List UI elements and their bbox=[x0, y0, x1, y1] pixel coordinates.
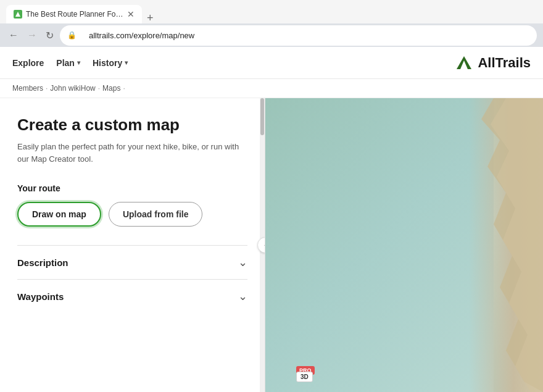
back-button[interactable]: ← bbox=[6, 28, 21, 42]
tab-close-button[interactable]: ✕ bbox=[127, 9, 135, 19]
main-content: ‹ Create a custom map Easily plan the pe… bbox=[0, 98, 543, 392]
breadcrumb-members[interactable]: Members bbox=[12, 84, 43, 93]
explore-nav-link[interactable]: Explore bbox=[12, 58, 44, 68]
breadcrumb-maps[interactable]: Maps bbox=[102, 84, 120, 93]
map-panel[interactable]: PRO 3D bbox=[265, 98, 543, 392]
logo-area: AllTrails bbox=[455, 54, 531, 72]
active-tab[interactable]: The Best Route Planner For Your... ✕ bbox=[6, 5, 142, 23]
plan-chevron-icon: ▾ bbox=[77, 59, 80, 66]
scrollbar-thumb[interactable] bbox=[260, 98, 264, 135]
3d-badge[interactable]: 3D bbox=[296, 372, 313, 382]
breadcrumb-user[interactable]: John wikiHow bbox=[50, 84, 95, 93]
lock-icon: 🔒 bbox=[67, 31, 77, 40]
alltrails-logo-icon bbox=[455, 54, 473, 72]
description-accordion[interactable]: Description ⌄ bbox=[17, 245, 247, 279]
breadcrumb: Members · John wikiHow · Maps · bbox=[0, 79, 543, 98]
website: Explore Plan ▾ History ▾ AllTrails Membe… bbox=[0, 47, 543, 392]
page-subtitle: Easily plan the perfect path for your ne… bbox=[17, 141, 247, 165]
address-bar-row: ← → ↻ 🔒 bbox=[0, 23, 543, 47]
forward-button[interactable]: → bbox=[25, 28, 39, 42]
map-background: PRO 3D bbox=[265, 98, 543, 392]
history-chevron-icon: ▾ bbox=[125, 59, 128, 66]
reload-button[interactable]: ↻ bbox=[43, 28, 56, 43]
breadcrumb-sep2: · bbox=[98, 84, 100, 93]
left-panel: ‹ Create a custom map Easily plan the pe… bbox=[0, 98, 265, 392]
tab-favicon bbox=[14, 10, 22, 19]
address-bar-input[interactable] bbox=[80, 28, 529, 43]
collapse-panel-button[interactable]: ‹ bbox=[257, 237, 265, 253]
browser-chrome: The Best Route Planner For Your... ✕ + ←… bbox=[0, 0, 543, 47]
waypoints-accordion[interactable]: Waypoints ⌄ bbox=[17, 279, 247, 313]
description-chevron-icon: ⌄ bbox=[238, 256, 247, 269]
route-buttons: Draw on map Upload from file bbox=[17, 202, 247, 227]
waypoints-chevron-icon: ⌄ bbox=[238, 290, 247, 303]
description-label: Description bbox=[17, 257, 68, 268]
tab-title: The Best Route Planner For Your... bbox=[26, 10, 123, 19]
history-nav-link[interactable]: History ▾ bbox=[93, 58, 128, 68]
new-tab-button[interactable]: + bbox=[143, 12, 157, 23]
tab-bar: The Best Route Planner For Your... ✕ + bbox=[0, 0, 543, 23]
nav-links: Explore Plan ▾ History ▾ bbox=[12, 58, 455, 68]
alltrails-logo-text: AllTrails bbox=[478, 55, 531, 71]
draw-on-map-button[interactable]: Draw on map bbox=[17, 202, 101, 227]
upload-from-file-button[interactable]: Upload from file bbox=[109, 202, 203, 227]
route-section-label: Your route bbox=[17, 183, 247, 193]
breadcrumb-sep1: · bbox=[46, 84, 48, 93]
plan-nav-link[interactable]: Plan ▾ bbox=[56, 58, 80, 68]
map-coastline-svg bbox=[420, 98, 543, 392]
svg-marker-0 bbox=[15, 12, 20, 17]
page-title: Create a custom map bbox=[17, 115, 247, 135]
site-nav: Explore Plan ▾ History ▾ AllTrails bbox=[0, 47, 543, 79]
waypoints-label: Waypoints bbox=[17, 291, 64, 302]
breadcrumb-sep3: · bbox=[123, 84, 125, 93]
